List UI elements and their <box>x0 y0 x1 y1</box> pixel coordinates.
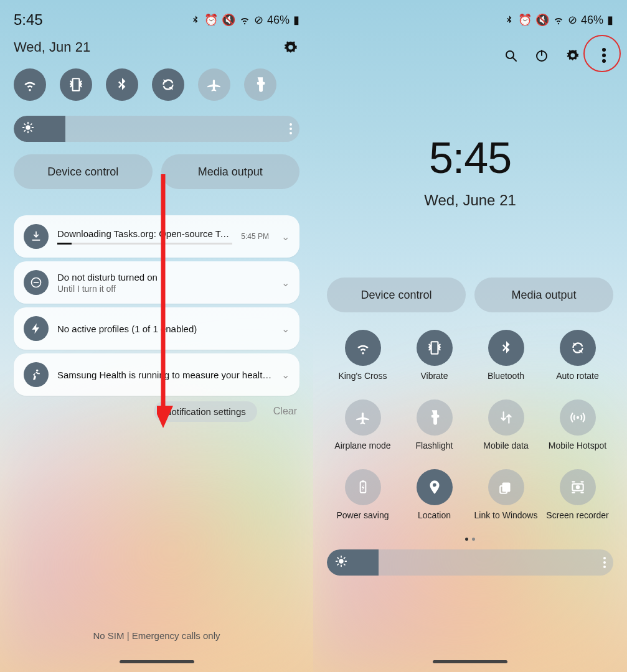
vibrate-icon[interactable] <box>417 330 453 366</box>
location-icon[interactable] <box>417 469 453 505</box>
power-icon[interactable] <box>345 469 381 505</box>
power-icon[interactable] <box>532 46 551 65</box>
brightness-icon <box>21 121 35 137</box>
running-icon <box>24 362 49 387</box>
wifi-icon[interactable] <box>345 330 381 366</box>
more-menu-highlight-annotation <box>583 35 621 72</box>
date-text: Wed, Jun 21 <box>14 39 90 55</box>
tile-label: Link to Windows <box>474 510 538 533</box>
status-icons: ⏰ 🔇 ⊘ 46% ▮ <box>191 13 299 27</box>
svg-marker-14 <box>157 406 173 428</box>
bluetooth-icon <box>191 15 200 25</box>
page-indicator <box>327 538 613 541</box>
link-icon[interactable] <box>488 469 524 505</box>
download-icon <box>24 224 49 249</box>
chevron-down-icon[interactable]: ⌄ <box>281 277 290 289</box>
qs-tile-hotspot[interactable]: Mobile Hotspot <box>542 399 613 463</box>
media-output-button[interactable]: Media output <box>474 278 613 312</box>
qs-tile-mobiledata[interactable]: Mobile data <box>470 399 542 463</box>
tile-label: Flashlight <box>416 441 453 463</box>
settings-gear-icon[interactable] <box>563 46 582 65</box>
status-time: 5:45 <box>14 11 43 29</box>
status-bar: 5:45 ⏰ 🔇 ⊘ 46% ▮ <box>14 0 299 31</box>
wifi-icon <box>553 14 564 26</box>
dnd-icon: ⊘ <box>254 13 263 27</box>
bluetooth-icon <box>504 15 514 25</box>
brightness-slider[interactable] <box>14 116 299 142</box>
tile-label: Power saving <box>336 510 389 533</box>
airplane-icon[interactable] <box>345 399 381 436</box>
battery-pct: 46% <box>267 14 290 27</box>
search-icon[interactable] <box>501 46 520 65</box>
quick-settings-grid: King's CrossVibrateBluetoothAuto rotateA… <box>327 330 613 533</box>
mute-icon: 🔇 <box>222 13 235 27</box>
rotate-toggle[interactable] <box>152 68 184 101</box>
notif-title: Downloading Tasks.org: Open-source To-Do… <box>57 228 232 239</box>
tile-label: Mobile Hotspot <box>549 441 606 463</box>
tile-label: Airplane mode <box>334 441 390 463</box>
tile-label: Location <box>418 510 451 533</box>
wifi-icon <box>239 14 250 26</box>
device-control-button[interactable]: Device control <box>327 278 466 312</box>
qs-tile-wifi[interactable]: King's Cross <box>327 330 398 393</box>
alarm-icon: ⏰ <box>204 13 218 27</box>
tile-label: Vibrate <box>420 371 448 393</box>
airplane-toggle[interactable] <box>198 68 230 101</box>
hotspot-icon[interactable] <box>560 399 596 436</box>
qs-tile-recorder[interactable]: Screen recorder <box>542 469 613 533</box>
bolt-icon <box>24 316 49 341</box>
brightness-icon <box>334 554 348 571</box>
qs-tile-link[interactable]: Link to Windows <box>470 469 542 533</box>
sound-toggle[interactable] <box>60 68 92 101</box>
battery-icon: ▮ <box>607 13 613 27</box>
chevron-down-icon[interactable]: ⌄ <box>281 369 290 381</box>
chevron-down-icon[interactable]: ⌄ <box>281 323 290 335</box>
qs-tile-bluetooth[interactable]: Bluetooth <box>470 330 542 393</box>
dnd-icon: ⊘ <box>568 13 577 27</box>
bluetooth-toggle[interactable] <box>106 68 138 101</box>
status-icons: ⏰ 🔇 ⊘ 46% ▮ <box>504 13 613 27</box>
swipe-down-arrow-annotation <box>157 174 182 436</box>
wifi-toggle[interactable] <box>14 68 46 101</box>
left-screenshot: 5:45 ⏰ 🔇 ⊘ 46% ▮ Wed, Jun 21 <box>0 0 313 672</box>
flashlight-toggle[interactable] <box>244 68 276 101</box>
qs-tile-airplane[interactable]: Airplane mode <box>327 399 398 463</box>
panel-date: Wed, June 21 <box>327 192 613 209</box>
bluetooth-icon[interactable] <box>488 330 524 366</box>
qs-tile-power[interactable]: Power saving <box>327 469 398 533</box>
tile-label: Screen recorder <box>546 510 608 533</box>
tile-label: Auto rotate <box>556 371 599 393</box>
tile-label: Mobile data <box>483 441 528 463</box>
notif-time: 5:45 PM <box>241 232 269 241</box>
rotate-icon[interactable] <box>560 330 596 366</box>
brightness-more-icon[interactable] <box>603 557 606 568</box>
panel-time: 5:45 <box>327 133 613 183</box>
mute-icon: 🔇 <box>535 13 549 27</box>
mobiledata-icon[interactable] <box>488 399 524 436</box>
battery-pct: 46% <box>581 14 603 27</box>
alarm-icon: ⏰ <box>518 13 532 27</box>
dnd-circle-icon <box>24 270 49 295</box>
download-progress <box>57 243 232 245</box>
battery-icon: ▮ <box>293 13 299 27</box>
nav-handle[interactable] <box>120 660 194 663</box>
nav-handle[interactable] <box>433 660 507 663</box>
qs-tile-rotate[interactable]: Auto rotate <box>542 330 613 393</box>
recorder-icon[interactable] <box>560 469 596 505</box>
no-sim-text: No SIM | Emergency calls only <box>0 630 313 641</box>
tile-label: King's Cross <box>338 371 387 393</box>
chevron-down-icon[interactable]: ⌄ <box>281 231 290 243</box>
brightness-slider[interactable] <box>327 549 613 576</box>
right-screenshot: ⏰ 🔇 ⊘ 46% ▮ 5:45 Wed, June 21 Device con… <box>313 0 627 672</box>
status-bar: ⏰ 🔇 ⊘ 46% ▮ <box>327 0 613 31</box>
settings-gear-icon[interactable] <box>282 39 299 56</box>
qs-tile-vibrate[interactable]: Vibrate <box>398 330 470 393</box>
clear-button[interactable]: Clear <box>271 401 299 422</box>
brightness-more-icon[interactable] <box>290 123 292 134</box>
tile-label: Bluetooth <box>488 371 524 393</box>
quick-settings-row <box>14 68 299 101</box>
qs-tile-flashlight[interactable]: Flashlight <box>398 399 470 463</box>
flashlight-icon[interactable] <box>417 399 453 436</box>
qs-tile-location[interactable]: Location <box>398 469 470 533</box>
device-control-button[interactable]: Device control <box>14 154 153 189</box>
